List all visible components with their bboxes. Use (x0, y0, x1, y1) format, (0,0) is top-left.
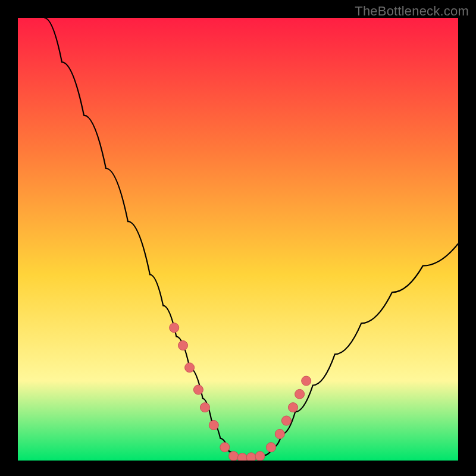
data-marker (220, 443, 230, 452)
data-marker (275, 429, 284, 439)
data-marker (209, 421, 218, 430)
plot-area (18, 18, 458, 461)
data-marker (295, 389, 305, 399)
data-marker (185, 363, 195, 372)
data-marker (237, 453, 247, 461)
data-marker (255, 452, 265, 461)
data-marker (246, 453, 256, 461)
watermark-text: TheBottleneck.com (355, 4, 469, 19)
data-marker (170, 323, 179, 333)
data-marker (289, 403, 298, 412)
data-marker (178, 341, 188, 350)
data-marker (267, 443, 276, 452)
chart-frame: TheBottleneck.com (0, 0, 476, 476)
data-marker (193, 385, 203, 394)
data-marker (281, 416, 291, 425)
gradient-background (18, 18, 458, 461)
data-marker (229, 452, 239, 461)
data-marker (201, 403, 210, 412)
data-marker (302, 376, 311, 386)
chart-svg (18, 18, 458, 461)
